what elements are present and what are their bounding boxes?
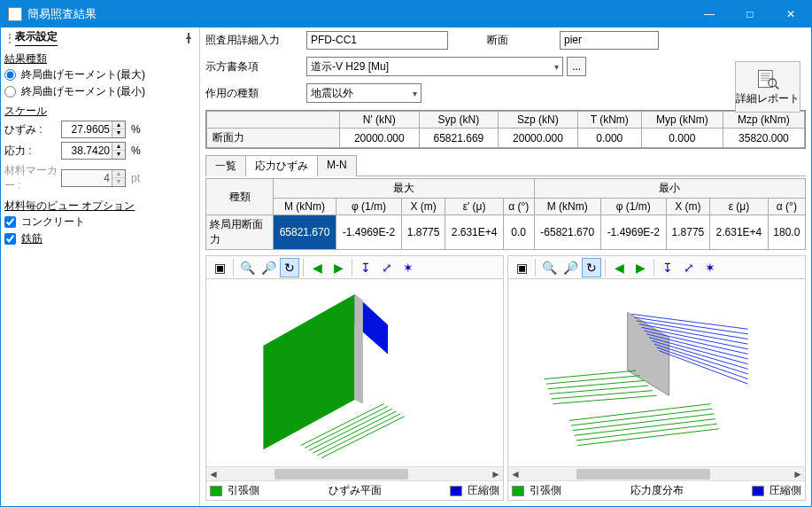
val-mzp: 35820.000 [723,129,804,148]
svg-line-15 [321,417,405,458]
zoom-window-icon[interactable]: 🔍 [237,258,257,277]
max-col-eps: ε' (μ) [445,199,504,215]
view-option-label: 材料毎のビュー オプション [4,199,196,214]
spin-down-icon: ▼ [112,178,125,186]
max-header: 最大 [274,179,535,199]
radio-result-min-label: 終局曲げモーメント(最小) [21,84,145,99]
legend-title-left: ひずみ平面 [265,483,445,498]
col-syp: Syp (kN) [419,112,499,129]
max-val-phi: -1.4969E-2 [336,215,402,250]
axis-y-icon[interactable]: ⤢ [377,258,397,277]
next-icon[interactable]: ▶ [329,258,348,277]
spin-up-icon[interactable]: ▲ [112,121,125,129]
axis-x-icon[interactable]: ✶ [398,258,418,277]
stress-input[interactable] [62,144,112,157]
spin-down-icon[interactable]: ▼ [112,129,125,137]
legend-compression: 圧縮側 [468,483,499,498]
zoom-out-icon[interactable]: 🔎 [561,258,580,277]
strain-input[interactable] [62,123,112,136]
stress-row-label: 終局用断面力 [206,215,274,250]
viewer-stress-dist: ▣ 🔍 🔎 ↻ ◀ ▶ ↧ ⤢ ✶ [507,255,806,501]
input-field[interactable]: PFD-CC1 [306,31,448,50]
fit-icon[interactable]: ▣ [512,258,531,277]
svg-line-34 [553,395,656,403]
rotate-icon[interactable]: ↻ [280,258,299,277]
section-field[interactable]: pier [560,31,659,50]
min-val-m: -65821.670 [534,215,600,250]
strain-spinner[interactable]: ▲▼ [61,121,126,138]
svg-line-6 [776,85,779,89]
next-icon[interactable]: ▶ [630,258,650,277]
min-val-phi: -1.4969E-2 [600,215,666,250]
detail-report-button[interactable]: 詳細レポート [735,61,800,113]
swatch-compression [450,486,462,496]
tab-list[interactable]: 一覧 [205,155,246,176]
max-val-eps: 2.631E+4 [445,215,504,250]
zoom-out-icon[interactable]: 🔎 [259,258,278,277]
check-rebar-label: 鉄筋 [21,231,43,246]
radio-result-min[interactable]: 終局曲げモーメント(最小) [4,84,196,99]
spin-down-icon[interactable]: ▼ [112,151,125,159]
val-syp: 65821.669 [419,129,499,148]
prev-icon[interactable]: ◀ [307,258,327,277]
check-rebar-input[interactable] [4,233,16,245]
close-button[interactable]: ✕ [770,1,811,27]
fit-icon[interactable]: ▣ [210,258,229,277]
scroll-right-icon[interactable]: ► [791,468,805,480]
svg-line-37 [573,414,714,431]
svg-line-31 [548,380,645,388]
scroll-thumb[interactable] [576,469,711,480]
legend-compression: 圧縮側 [769,483,801,498]
main-area: 詳細レポート 照査用詳細入力 PFD-CC1 断面 pier 示方書条項 道示-… [200,27,811,506]
rotate-icon[interactable]: ↻ [582,258,601,277]
svg-line-32 [550,386,649,394]
sidebar-title: 表示設定 [15,29,58,46]
zoom-window-icon[interactable]: 🔍 [539,258,559,277]
scrollbar-h-left[interactable]: ◄ ► [206,466,503,480]
result-type-label: 結果種類 [4,51,196,66]
radio-result-max[interactable]: 終局曲げモーメント(最大) [4,67,196,82]
stress-spinner[interactable]: ▲▼ [61,142,126,160]
radio-result-max-input[interactable] [4,69,16,81]
svg-marker-8 [263,294,354,449]
min-val-alpha: 180.0 [768,215,805,250]
axis-z-icon[interactable]: ↧ [658,258,677,277]
col-mzp: Mzp (kNm) [723,112,804,129]
axis-y-icon[interactable]: ⤢ [679,258,699,277]
check-rebar[interactable]: 鉄筋 [4,231,196,246]
force-table: N' (kN) Syp (kN) Szp (kN) T (kNm) Myp (k… [205,110,806,149]
tab-mn[interactable]: M-N [317,155,357,176]
action-value: 地震以外 [311,86,353,101]
scroll-right-icon[interactable]: ► [489,468,503,480]
prev-icon[interactable]: ◀ [609,258,629,277]
val-szp: 20000.000 [499,129,578,148]
app-icon [8,7,22,21]
legend-tension: 引張側 [228,483,259,498]
col-n: N' (kN) [340,112,420,129]
check-concrete-input[interactable] [4,216,16,228]
axis-x-icon[interactable]: ✶ [700,258,720,277]
viewer-canvas-left[interactable] [206,279,503,466]
spec-select[interactable]: 道示-V H29 [Mu] ▾ [306,57,563,76]
viewer-canvas-right[interactable] [508,279,805,466]
action-select[interactable]: 地震以外 ▾ [306,83,421,103]
pin-icon[interactable] [182,31,196,45]
minimize-button[interactable]: — [689,1,730,27]
stress-strain-table: 種類 最大 最小 M (kNm) φ (1/m) X (m) ε' (μ) α … [205,178,806,250]
scrollbar-h-right[interactable]: ◄ ► [508,466,805,480]
strain-unit: % [131,123,141,136]
radio-result-min-input[interactable] [4,86,16,98]
scroll-left-icon[interactable]: ◄ [508,468,522,480]
tab-stress-strain[interactable]: 応力ひずみ [245,155,318,176]
maximize-button[interactable]: □ [730,1,770,27]
viewer-strain-plane: ▣ 🔍 🔎 ↻ ◀ ▶ ↧ ⤢ ✶ [205,255,504,501]
scroll-left-icon[interactable]: ◄ [206,468,220,480]
max-val-m[interactable]: 65821.670 [274,215,336,250]
axis-z-icon[interactable]: ↧ [356,258,375,277]
spec-browse-button[interactable]: ... [567,57,586,76]
grip-icon: ⋮ [4,32,13,44]
scroll-thumb[interactable] [275,469,409,480]
spin-up-icon[interactable]: ▲ [112,143,125,151]
check-concrete[interactable]: コンクリート [4,214,196,230]
svg-line-30 [546,376,640,384]
